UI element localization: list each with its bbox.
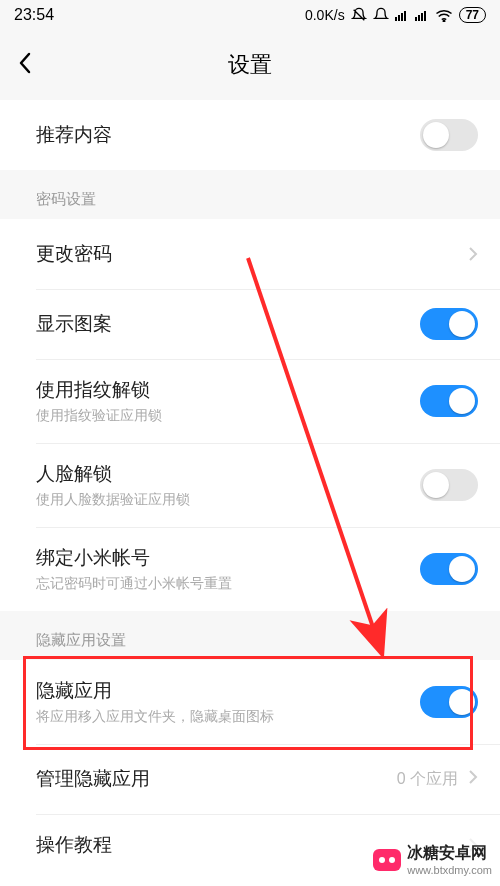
watermark-logo-icon [373, 849, 401, 871]
status-bar: 23:54 0.0K/s 77 [0, 0, 500, 30]
toggle-bind-account[interactable] [420, 553, 478, 585]
dnd-icon [351, 7, 367, 23]
section-header-hidden-apps: 隐藏应用设置 [0, 611, 500, 660]
svg-rect-0 [395, 17, 397, 21]
back-button[interactable] [18, 52, 32, 78]
row-bind-mi-account[interactable]: 绑定小米帐号 忘记密码时可通过小米帐号重置 [0, 527, 500, 611]
svg-rect-2 [401, 13, 403, 21]
svg-rect-7 [424, 11, 426, 21]
chevron-right-icon [468, 246, 478, 262]
svg-rect-4 [415, 17, 417, 21]
status-indicators: 0.0K/s 77 [305, 7, 486, 23]
row-recommend-content[interactable]: 推荐内容 [0, 100, 500, 170]
row-label: 显示图案 [36, 311, 420, 337]
row-face-unlock[interactable]: 人脸解锁 使用人脸数据验证应用锁 [0, 443, 500, 527]
svg-point-8 [443, 20, 445, 22]
status-time: 23:54 [14, 6, 54, 24]
chevron-left-icon [18, 52, 32, 74]
row-sublabel: 使用人脸数据验证应用锁 [36, 491, 420, 509]
toggle-fingerprint[interactable] [420, 385, 478, 417]
row-label: 推荐内容 [36, 122, 420, 148]
signal-1-icon [395, 9, 409, 21]
page-title: 设置 [228, 50, 272, 80]
bell-icon [373, 7, 389, 23]
toggle-recommend[interactable] [420, 119, 478, 151]
watermark-brand: 冰糖安卓网 [407, 844, 487, 861]
wifi-icon [435, 8, 453, 22]
toggle-face[interactable] [420, 469, 478, 501]
row-sublabel: 使用指纹验证应用锁 [36, 407, 420, 425]
svg-rect-3 [404, 11, 406, 21]
row-label: 管理隐藏应用 [36, 766, 397, 792]
watermark-site: www.btxdmy.com [407, 864, 492, 876]
row-value: 0 个应用 [397, 769, 458, 790]
nav-bar: 设置 [0, 30, 500, 100]
row-hide-apps[interactable]: 隐藏应用 将应用移入应用文件夹，隐藏桌面图标 [0, 660, 500, 744]
battery-indicator: 77 [459, 7, 486, 23]
network-speed: 0.0K/s [305, 7, 345, 23]
row-sublabel: 忘记密码时可通过小米帐号重置 [36, 575, 420, 593]
row-manage-hidden-apps[interactable]: 管理隐藏应用 0 个应用 [0, 744, 500, 814]
row-fingerprint-unlock[interactable]: 使用指纹解锁 使用指纹验证应用锁 [0, 359, 500, 443]
row-label: 绑定小米帐号 [36, 545, 420, 571]
signal-2-icon [415, 9, 429, 21]
svg-rect-6 [421, 13, 423, 21]
toggle-show-pattern[interactable] [420, 308, 478, 340]
row-label: 隐藏应用 [36, 678, 420, 704]
svg-rect-1 [398, 15, 400, 21]
row-label: 使用指纹解锁 [36, 377, 420, 403]
section-header-password: 密码设置 [0, 170, 500, 219]
watermark: 冰糖安卓网 www.btxdmy.com [373, 843, 492, 876]
row-sublabel: 将应用移入应用文件夹，隐藏桌面图标 [36, 708, 420, 726]
svg-rect-5 [418, 15, 420, 21]
row-label: 更改密码 [36, 241, 468, 267]
row-show-pattern[interactable]: 显示图案 [0, 289, 500, 359]
row-label: 人脸解锁 [36, 461, 420, 487]
chevron-right-icon [468, 769, 478, 789]
row-change-password[interactable]: 更改密码 [0, 219, 500, 289]
toggle-hide-apps[interactable] [420, 686, 478, 718]
